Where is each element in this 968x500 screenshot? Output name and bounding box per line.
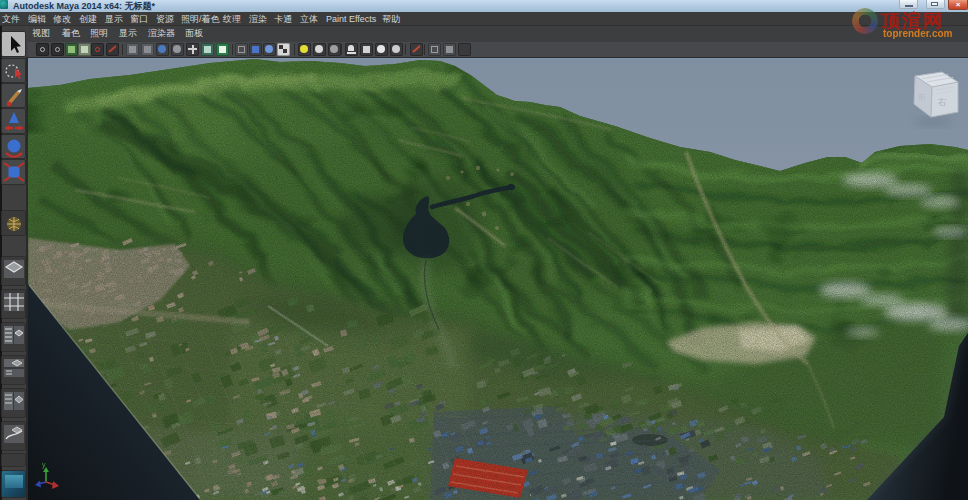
svg-text:右: 右 <box>937 97 947 107</box>
svg-text:y: y <box>42 461 46 469</box>
svg-text:前: 前 <box>918 93 927 103</box>
